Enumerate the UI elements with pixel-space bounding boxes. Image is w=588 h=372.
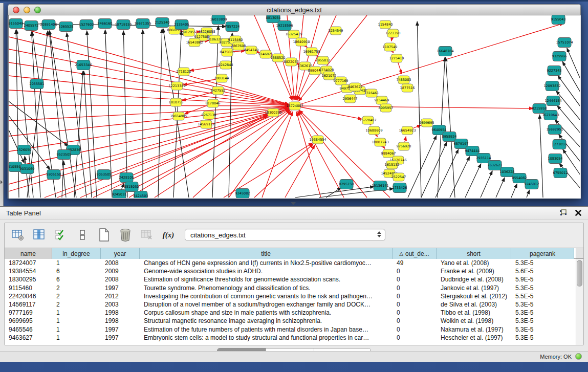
table-cell[interactable]: 0 (393, 309, 437, 317)
graph-edge[interactable] (155, 110, 290, 198)
graph-node[interactable]: 1733426 (393, 183, 407, 193)
table-row[interactable]: 1938455462009Genome-wide association stu… (5, 267, 583, 275)
table-cell[interactable]: 5.3E-5 (511, 284, 574, 292)
graph-node[interactable]: 1810755 (169, 98, 184, 106)
table-cell[interactable]: 6 (52, 267, 101, 275)
column-header-out-de-[interactable]: △out_de... (393, 248, 437, 259)
table-cell[interactable]: 1 (52, 334, 101, 342)
graph-node[interactable]: 9245012 (525, 180, 539, 189)
graph-node[interactable]: 1588520 (271, 54, 286, 62)
graph-edge[interactable] (562, 61, 580, 92)
table-cell[interactable]: 1998 (101, 317, 140, 325)
graph-node[interactable]: 8095957 (379, 104, 394, 112)
table-cell[interactable]: Disruption of a novel member of a sodium… (140, 300, 393, 309)
graph-node[interactable]: 1275419 (389, 54, 404, 62)
table-row[interactable]: 946362711997Embryonic stem cells: a mode… (5, 334, 583, 342)
graph-edge[interactable] (298, 112, 344, 198)
table-cell[interactable]: 18724007 (5, 259, 52, 267)
graph-node[interactable]: 1316461 (364, 89, 379, 97)
table-cell[interactable]: 9115460 (5, 284, 52, 292)
table-cell[interactable]: de Silva et al. (2003) (437, 300, 511, 309)
splitter-handle[interactable] (291, 202, 296, 205)
table-cell[interactable]: 0 (393, 267, 437, 275)
table-cell[interactable]: 14569117 (5, 300, 52, 309)
network-canvas[interactable]: 1872400718300295193845548860123891295518… (8, 15, 580, 199)
graph-node[interactable]: 1083054 (548, 154, 563, 164)
table-row[interactable]: 1872400712008Changes of HCN gene express… (5, 259, 583, 267)
table-cell[interactable]: 1997 (101, 325, 140, 334)
graph-edge[interactable] (527, 190, 530, 198)
graph-node[interactable]: 21053346 (75, 60, 92, 70)
column-header-year[interactable]: year (101, 248, 140, 259)
table-cell[interactable]: Changes of HCN gene expression and I(f) … (140, 259, 393, 267)
graph-node[interactable]: 15720407 (359, 116, 376, 124)
table-cell[interactable]: 9463627 (5, 334, 52, 342)
graph-node[interactable]: 1527602 (79, 20, 94, 30)
graph-node[interactable]: 5905150 (47, 170, 61, 180)
graph-node[interactable]: 8515030 (124, 182, 139, 192)
graph-node[interactable]: 7485083 (397, 76, 411, 84)
graph-edge[interactable] (556, 91, 580, 120)
table-cell[interactable]: 5.3E-5 (511, 317, 574, 325)
graph-node[interactable]: 2135405 (175, 20, 189, 30)
graph-node[interactable]: 19218596 (276, 21, 293, 31)
graph-node[interactable]: 8454749 (244, 46, 259, 54)
graph-node[interactable]: 15692951 (546, 125, 563, 135)
column-header-pagerank[interactable]: pagerank (511, 248, 574, 259)
graph-node[interactable]: 2718120 (177, 68, 191, 76)
graph-node[interactable]: 9699695 (420, 119, 434, 127)
table-cell[interactable]: 2 (52, 284, 101, 292)
table-cell[interactable]: 1 (52, 317, 101, 325)
table-cell[interactable]: 49 (393, 259, 437, 267)
graph-node[interactable]: 9227343 (547, 66, 562, 76)
table-cell[interactable]: 5.9E-5 (511, 275, 574, 283)
graph-node[interactable]: 7632621 (488, 161, 503, 170)
column-header-in-degree[interactable]: in_degree (52, 248, 101, 259)
graph-node[interactable]: 16671355 (134, 19, 151, 29)
graph-edge[interactable] (25, 156, 29, 198)
graph-node[interactable]: 1615132 (385, 161, 400, 169)
graph-edge[interactable] (87, 31, 97, 198)
table-settings-icon[interactable] (11, 227, 25, 243)
graph-node[interactable]: 9329966 (552, 52, 567, 61)
graph-node[interactable]: 16648784 (437, 47, 453, 56)
table-cell[interactable]: Genome-wide association studies in ADHD. (140, 267, 393, 275)
graph-node[interactable]: 2405572 (24, 21, 39, 31)
window-titlebar[interactable]: citations_edges.txt (8, 4, 581, 15)
collapsed-left-panel-splitter[interactable] (0, 3, 4, 206)
table-cell[interactable]: 18300295 (5, 275, 52, 283)
table-cell[interactable]: Wolkin et al. (1998) (437, 317, 511, 325)
table-cell[interactable]: 9465546 (5, 325, 52, 334)
table-cell[interactable]: 0 (393, 317, 437, 325)
column-header-name[interactable]: name (5, 248, 52, 259)
graph-node[interactable]: 1036228 (500, 167, 515, 177)
table-cell[interactable]: 6 (52, 275, 101, 283)
graph-node[interactable]: 16961758 (303, 48, 320, 56)
column-header-title[interactable]: title (140, 248, 393, 259)
graph-edge[interactable] (446, 57, 455, 198)
graph-node[interactable]: 16210643 (542, 111, 559, 120)
table-cell[interactable]: Nakamura et al. (1997) (437, 325, 511, 334)
table-cell[interactable]: 0 (393, 325, 437, 334)
graph-node[interactable]: 8466160 (98, 19, 113, 29)
table-cell[interactable]: 0 (393, 292, 437, 300)
table-cell[interactable]: 0 (393, 300, 437, 309)
table-selector-dropdown[interactable]: citations_edges.txt (185, 229, 385, 241)
graph-node[interactable]: 1154840 (378, 20, 393, 29)
graph-edge[interactable] (129, 116, 268, 198)
graph-node[interactable]: 9154469 (375, 96, 389, 104)
graph-node[interactable]: 8475685 (220, 48, 235, 56)
table-row[interactable]: 911546021997Tourette syndrome. Phenomeno… (5, 284, 583, 292)
table-cell[interactable]: 1 (52, 259, 101, 267)
table-cell[interactable]: Hescheler et al. (1997) (437, 334, 511, 342)
table-cell[interactable]: 5.3E-5 (511, 334, 574, 342)
table-cell[interactable]: 22420046 (5, 292, 52, 300)
graph-node[interactable]: 2803144 (214, 74, 229, 82)
delete-trash-icon[interactable] (118, 227, 133, 243)
table-cell[interactable]: 1997 (101, 284, 140, 292)
graph-node[interactable]: 9245082 (235, 189, 250, 199)
table-cell[interactable]: 19384554 (5, 267, 52, 275)
table-cell[interactable]: 2 (52, 300, 101, 309)
row-height-icon[interactable] (75, 227, 90, 243)
graph-node[interactable]: 2125340 (155, 18, 170, 28)
